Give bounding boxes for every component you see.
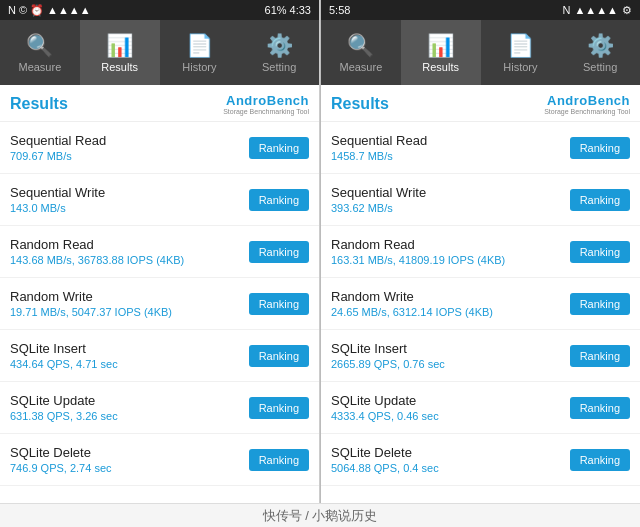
nfc-icon: N	[8, 4, 16, 16]
left-bench-sqlite-insert: SQLite Insert 434.64 QPS, 4.71 sec Ranki…	[0, 330, 319, 382]
right-bench-sqlite-delete: SQLite Delete 5064.88 QPS, 0.4 sec Ranki…	[321, 434, 640, 486]
right-sqlite-update-name: SQLite Update	[331, 393, 562, 408]
right-status-icons: N ▲▲▲▲ ⚙	[562, 4, 632, 17]
right-tab-results[interactable]: 📊 Results	[401, 20, 481, 85]
left-status-bar: N © ⏰ ▲▲▲▲ 61% 4:33	[0, 0, 319, 20]
history-icon: 📄	[186, 35, 213, 57]
right-seq-write-name: Sequential Write	[331, 185, 562, 200]
left-results-title: Results	[10, 95, 68, 113]
left-seq-read-ranking[interactable]: Ranking	[249, 137, 309, 159]
right-seq-write-ranking[interactable]: Ranking	[570, 189, 630, 211]
left-tab-results[interactable]: 📊 Results	[80, 20, 160, 85]
left-tab-results-label: Results	[101, 61, 138, 73]
right-setting-icon: ⚙️	[587, 35, 614, 57]
right-tab-results-label: Results	[422, 61, 459, 73]
right-bench-rand-write: Random Write 24.65 MB/s, 6312.14 IOPS (4…	[321, 278, 640, 330]
right-sqlite-delete-value: 5064.88 QPS, 0.4 sec	[331, 462, 562, 474]
left-seq-read-name: Sequential Read	[10, 133, 241, 148]
left-seq-write-value: 143.0 MB/s	[10, 202, 241, 214]
time-text: 4:33	[290, 4, 311, 16]
left-rand-write-value: 19.71 MB/s, 5047.37 IOPS (4KB)	[10, 306, 241, 318]
right-tab-history[interactable]: 📄 History	[481, 20, 561, 85]
left-rand-read-ranking[interactable]: Ranking	[249, 241, 309, 263]
left-seq-write-name: Sequential Write	[10, 185, 241, 200]
right-rand-read-value: 163.31 MB/s, 41809.19 IOPS (4KB)	[331, 254, 562, 266]
right-results-title: Results	[331, 95, 389, 113]
left-sqlite-update-value: 631.38 QPS, 3.26 sec	[10, 410, 241, 422]
left-phone-panel: N © ⏰ ▲▲▲▲ 61% 4:33 🔍 Measure 📊 Results …	[0, 0, 320, 527]
left-bench-seq-write: Sequential Write 143.0 MB/s Ranking	[0, 174, 319, 226]
left-status-right: 61% 4:33	[265, 4, 311, 16]
left-rand-write-name: Random Write	[10, 289, 241, 304]
right-seq-read-value: 1458.7 MB/s	[331, 150, 562, 162]
right-tab-setting[interactable]: ⚙️ Setting	[560, 20, 640, 85]
left-rand-read-name: Random Read	[10, 237, 241, 252]
right-status-bar: 5:58 N ▲▲▲▲ ⚙	[321, 0, 640, 20]
right-seq-read-name: Sequential Read	[331, 133, 562, 148]
watermark-text: 快传号 / 小鹅说历史	[263, 507, 378, 525]
left-sqlite-insert-name: SQLite Insert	[10, 341, 241, 356]
right-signal-icon: ▲▲▲▲	[574, 4, 618, 16]
measure-icon: 🔍	[26, 35, 53, 57]
right-seq-write-value: 393.62 MB/s	[331, 202, 562, 214]
left-sqlite-insert-value: 434.64 QPS, 4.71 sec	[10, 358, 241, 370]
right-sqlite-insert-ranking[interactable]: Ranking	[570, 345, 630, 367]
left-bench-rand-write: Random Write 19.71 MB/s, 5047.37 IOPS (4…	[0, 278, 319, 330]
right-sqlite-delete-ranking[interactable]: Ranking	[570, 449, 630, 471]
right-measure-icon: 🔍	[347, 35, 374, 57]
left-tab-setting-label: Setting	[262, 61, 296, 73]
left-seq-write-ranking[interactable]: Ranking	[249, 189, 309, 211]
right-bench-sqlite-update: SQLite Update 4333.4 QPS, 0.46 sec Ranki…	[321, 382, 640, 434]
left-tab-measure-label: Measure	[18, 61, 61, 73]
right-rand-write-name: Random Write	[331, 289, 562, 304]
left-androbench-logo: AndroBench Storage Benchmarking Tool	[223, 93, 309, 115]
right-rand-read-ranking[interactable]: Ranking	[570, 241, 630, 263]
right-logo-main: AndroBench	[547, 93, 630, 108]
right-content: Results AndroBench Storage Benchmarking …	[321, 85, 640, 527]
right-rand-write-ranking[interactable]: Ranking	[570, 293, 630, 315]
right-tab-measure-label: Measure	[339, 61, 382, 73]
left-bench-seq-read: Sequential Read 709.67 MB/s Ranking	[0, 122, 319, 174]
right-rand-write-value: 24.65 MB/s, 6312.14 IOPS (4KB)	[331, 306, 562, 318]
left-logo-sub: Storage Benchmarking Tool	[223, 108, 309, 115]
wifi-icon: ©	[19, 4, 27, 16]
right-rand-read-name: Random Read	[331, 237, 562, 252]
left-rand-read-value: 143.68 MB/s, 36783.88 IOPS (4KB)	[10, 254, 241, 266]
right-bench-seq-write: Sequential Write 393.62 MB/s Ranking	[321, 174, 640, 226]
left-sqlite-update-name: SQLite Update	[10, 393, 241, 408]
right-history-icon: 📄	[507, 35, 534, 57]
alarm-icon: ⏰	[30, 4, 44, 17]
left-tab-history-label: History	[182, 61, 216, 73]
left-sqlite-update-ranking[interactable]: Ranking	[249, 397, 309, 419]
left-sqlite-delete-ranking[interactable]: Ranking	[249, 449, 309, 471]
watermark: 快传号 / 小鹅说历史	[0, 503, 640, 527]
left-content: Results AndroBench Storage Benchmarking …	[0, 85, 319, 527]
right-bench-seq-read: Sequential Read 1458.7 MB/s Ranking	[321, 122, 640, 174]
right-tab-history-label: History	[503, 61, 537, 73]
right-time: 5:58	[329, 4, 350, 16]
left-tab-bar: 🔍 Measure 📊 Results 📄 History ⚙️ Setting	[0, 20, 319, 85]
left-bench-sqlite-update: SQLite Update 631.38 QPS, 3.26 sec Ranki…	[0, 382, 319, 434]
signal-icon: ▲▲▲▲	[47, 4, 91, 16]
right-nfc-icon: N	[562, 4, 570, 16]
right-sqlite-delete-name: SQLite Delete	[331, 445, 562, 460]
left-results-header: Results AndroBench Storage Benchmarking …	[0, 85, 319, 122]
right-sqlite-insert-name: SQLite Insert	[331, 341, 562, 356]
right-gear-icon: ⚙	[622, 4, 632, 17]
left-tab-setting[interactable]: ⚙️ Setting	[239, 20, 319, 85]
left-sqlite-insert-ranking[interactable]: Ranking	[249, 345, 309, 367]
right-sqlite-update-ranking[interactable]: Ranking	[570, 397, 630, 419]
right-seq-read-ranking[interactable]: Ranking	[570, 137, 630, 159]
left-rand-write-ranking[interactable]: Ranking	[249, 293, 309, 315]
right-tab-measure[interactable]: 🔍 Measure	[321, 20, 401, 85]
left-tab-history[interactable]: 📄 History	[160, 20, 240, 85]
right-tab-setting-label: Setting	[583, 61, 617, 73]
right-sqlite-update-value: 4333.4 QPS, 0.46 sec	[331, 410, 562, 422]
left-logo-main: AndroBench	[226, 93, 309, 108]
battery-text: 61%	[265, 4, 287, 16]
left-tab-measure[interactable]: 🔍 Measure	[0, 20, 80, 85]
left-bench-rand-read: Random Read 143.68 MB/s, 36783.88 IOPS (…	[0, 226, 319, 278]
left-bench-sqlite-delete: SQLite Delete 746.9 QPS, 2.74 sec Rankin…	[0, 434, 319, 486]
setting-icon: ⚙️	[266, 35, 293, 57]
right-results-header: Results AndroBench Storage Benchmarking …	[321, 85, 640, 122]
